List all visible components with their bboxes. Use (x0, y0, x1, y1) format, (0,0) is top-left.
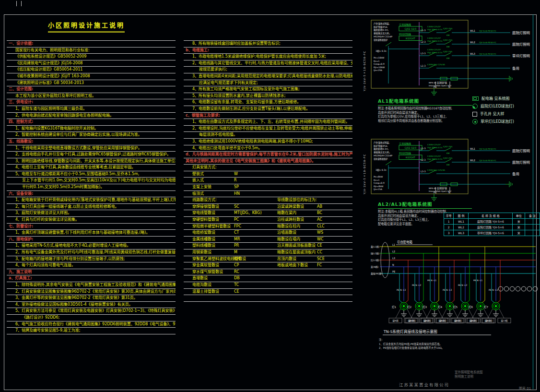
al1-notes: 附注:本箱各照明回路均由时间控制器KG316T自动控制,具体开闭灯时间由建设方确… (378, 107, 452, 123)
lawn-lamp-icon (472, 119, 478, 124)
bus-id-label: N (392, 263, 394, 266)
breaker-model: C45N-C25/1P (427, 48, 441, 51)
km-label: KM (446, 34, 450, 36)
bus-left-label: 红(L3线) (371, 259, 379, 261)
load-name: 庭院灯照明 (512, 160, 530, 165)
wiring-code: W (234, 171, 238, 177)
wiring-code: CT (234, 230, 239, 236)
al1-panel-diagram: 户外落地式明装,防护等级IP54,箱底距地0.3m,基础做法见大样。MS390/… (368, 18, 537, 101)
enclosure-note: 户外落地式明装, (374, 22, 390, 25)
load-name: 庭院灯照明 (512, 31, 530, 35)
load-parameter: Kx=1 (374, 179, 380, 181)
phase-drop (436, 300, 439, 303)
wiring-code: HN (234, 191, 240, 197)
lamp-name: 灯4 (438, 305, 443, 309)
spare-lamp-circle (527, 286, 532, 291)
lamp-dot (495, 305, 497, 307)
legend-item: 配电箱 见系统图 (472, 95, 540, 103)
lamp-name: 灯3 (423, 305, 427, 309)
table-cell: 庭院灯回路 YJV-5×6 (469, 219, 513, 225)
wiring-label: 地板或地面下敷设 (277, 262, 308, 268)
text-line: 壁装式W (184, 171, 352, 178)
text-line: 3、电缆绝缘测试用1000V绝缘电阻表测电阻两端,其值不得小于10MΩ; (184, 139, 352, 145)
section-heading: 一、设计依据: (7, 41, 176, 48)
legend-label: 手孔井 见大样 (480, 112, 505, 116)
bus-id-label: L3 (392, 257, 395, 260)
wiring-label: 穿水煤气钢管敷设 (192, 269, 223, 275)
panel-icon (472, 96, 479, 101)
timer-model: KG316T (406, 37, 416, 40)
text-line: 至上下水管平行时1.0m,交叉时0.5m;至高压(10kV及以下)电力电缆平行与… (7, 178, 176, 184)
table-cell: 3 (444, 230, 454, 236)
km-label: KM (446, 164, 450, 166)
text-line: 应满足电气规范要求下列有关规定; (184, 80, 352, 87)
text-line: 2、电缆埋设时,沟底均匀垫砂不应使电缆在支架上及转弯处受力;电缆井周围禁止动土等… (184, 126, 352, 132)
load-name: 庭院灯照明 (512, 149, 530, 153)
text-line: 穿硬塑料管敷设PC沿柱或跨柱敷设AC (184, 217, 352, 224)
circuit-phase: L3-3 (421, 52, 426, 55)
lamp-tag: 接N线 (454, 319, 460, 322)
text-line: 4、室外接地极做法见国标图集03D501-4《接地装置安装》有关页。 (7, 302, 176, 309)
text-line: 2、电缆线路与其它管线交叉、平行时,与热力管道及有可燃液体管道交叉时,电缆应采用… (184, 60, 352, 67)
contactor-model: CJX2-25A (443, 145, 453, 148)
cable-spec: YJV-5×6-PE50-FC (479, 148, 496, 150)
text-line: 《路灯设计》92DD6; (7, 315, 176, 321)
load-parameter: Cosφ=0.9 (374, 63, 385, 65)
handhole-icon (472, 112, 477, 117)
contactor-symbol (445, 30, 451, 33)
lamp-name: 灯1 (392, 305, 397, 309)
al1-diagram-title: AL1配电箱系统图 (378, 97, 472, 106)
text-line: 穿聚氯乙烯塑料波纹电线管敷设KPC吊顶内敷设SCE (184, 256, 352, 263)
circuit-phase: L2-3 (421, 159, 426, 161)
section-heading: 七、防雷设计: (7, 224, 176, 230)
cable-spec: YJV-5×6-PE50-FC (479, 159, 496, 162)
spare-lamp-circle (533, 286, 538, 291)
text-line: 2、供电电源由就近配电室单独回路馈电至各照明配电箱。 (7, 113, 176, 119)
table-cell: WL2 (454, 225, 469, 230)
legend-label: 配电箱 见系统图 (481, 96, 510, 101)
courtyard-lamp-icon (472, 104, 478, 109)
lamp-dot (480, 305, 481, 307)
circuit-phase: L3-3 (421, 170, 426, 173)
wiring-code: SC (234, 204, 239, 210)
circuit-id: WL3 (470, 52, 475, 55)
bus-left-label: 黄(L1线) (371, 245, 379, 249)
table-cell: WL3 (454, 230, 469, 236)
main-breaker-symbol (386, 42, 391, 46)
contactor-model: CJX2-25A (443, 39, 453, 41)
enclosure-note: 防护等级IP54, (374, 25, 388, 29)
tag-bracket (453, 309, 458, 318)
tag-bracket (488, 309, 493, 318)
table-cell (525, 225, 540, 230)
wiring-code: CE (317, 243, 322, 249)
phase-drop (497, 300, 500, 303)
section-heading: d、凡与铁路间距离在规定时方需套管保护,每节方套管长在0.2米,管口加防腐水泥封… (184, 152, 352, 158)
text-line: 穿金属软管敷设CP地板或地面下敷设FC (184, 262, 352, 269)
text-line: 1、电缆在由敷设方式及界条规定的上、下、左、右转弯处布置,并间隔牢固为电缆列管间… (184, 119, 352, 126)
table-header-cell: 备 注 (525, 213, 540, 219)
phase-drop (482, 300, 485, 303)
text-line: 本工程为该小区室外庭院灯及草坪灯照明工程。 (7, 93, 176, 100)
wiring-code: SP (234, 184, 239, 190)
section-heading: 二、设计范围: (7, 86, 176, 93)
legend-item: 手孔井 见大样 (472, 110, 540, 118)
load-parameter: Cosφ=0.9 (374, 182, 385, 184)
text-line: 6、电缆敷设留有余量,转弯处、支架处均留余量,方便后期维修。 (184, 99, 352, 106)
wiring-label: 线路敷设方式: (192, 197, 217, 203)
table-cell: WL1 (454, 219, 469, 225)
wiring-label: 用钢索敷设 (192, 249, 211, 255)
section-heading: a、灯具施工: (7, 275, 176, 282)
wiring-label: 穿硬塑料管敷设 (192, 217, 219, 223)
text-line: 2、所有电气设备金属外壳及灯杆均与PE线可靠连接,PE线采用黄绿双色铜芯线,灯杆… (7, 249, 176, 256)
tns-note: 注: (379, 338, 382, 342)
legend-item: 草坪灯(LED球泡灯) (472, 118, 540, 126)
note-line: 具体开闭灯时间由建设方确定。 (378, 214, 447, 218)
text-line: 用钢索敷设M暗敷设在屋面或顶板内CC (184, 249, 352, 256)
km-label: KM (446, 46, 450, 48)
lamp-conn-label: PE N -L1 (427, 279, 436, 282)
lamp-name: 灯6 (469, 305, 473, 309)
pe-drop (446, 300, 448, 303)
text-line: 电缆沟敷设TC (184, 282, 352, 289)
page-title: 小区照明设计施工说明 (48, 20, 125, 33)
drawing-sheet: 小区照明设计施工说明 一、设计依据:国家现行有关电力、照明规范和各行业标准:《供… (0, 0, 540, 392)
